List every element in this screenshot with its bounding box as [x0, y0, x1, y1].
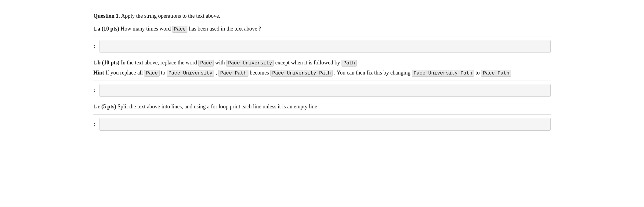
colon-a: : — [93, 43, 97, 49]
sub-a-text-after: has been used in the text above ? — [189, 26, 261, 32]
hint-code3: Pace Path — [218, 70, 248, 77]
sub-c-body: Split the text above into lines, and usi… — [118, 103, 317, 110]
sub-question-b: 1.b (10 pts) In the text above, replace … — [93, 58, 551, 78]
answer-input-b[interactable] — [99, 84, 551, 97]
answer-row-c: : — [93, 118, 551, 131]
sub-a-code-pace: Pace — [172, 26, 187, 33]
hint-code1: Pace — [144, 70, 159, 77]
answer-row-a: : — [93, 40, 551, 53]
question-title: Question 1. Apply the string operations … — [93, 12, 551, 20]
sub-question-c: 1.c (5 pts) Split the text above into li… — [93, 102, 551, 111]
hint-code6: Pace Path — [481, 70, 511, 77]
hint-to2: to — [476, 70, 480, 76]
sub-b-except: except when it is followed by — [275, 60, 340, 66]
divider-c — [93, 114, 551, 115]
hint-fix-text: . You can then fix this by changing — [334, 70, 410, 76]
hint-code2: Pace University — [167, 70, 214, 77]
hint-to-text: to — [161, 70, 165, 76]
sub-c-text: 1.c (5 pts) Split the text above into li… — [93, 102, 551, 111]
hint-becomes: becomes — [250, 70, 269, 76]
sub-c-label: 1.c (5 pts) — [93, 103, 116, 110]
sub-a-text: 1.a (10 pts) How many times word Pace ha… — [93, 24, 551, 34]
sub-b-code2: Pace University — [226, 60, 274, 67]
divider-a — [93, 37, 551, 37]
sub-b-main-text: 1.b (10 pts) In the text above, replace … — [93, 58, 551, 67]
question-block: Question 1. Apply the string operations … — [93, 6, 551, 139]
sub-b-with: with — [215, 60, 225, 66]
sub-b-hint: Hint If you replace all Pace to Pace Uni… — [93, 68, 551, 78]
sub-b-period: . — [358, 60, 360, 66]
answer-input-a[interactable] — [99, 40, 551, 53]
sub-b-label: 1.b (10 pts) — [93, 60, 120, 66]
sub-question-a: 1.a (10 pts) How many times word Pace ha… — [93, 24, 551, 34]
colon-c: : — [93, 121, 97, 127]
sub-b-code1: Pace — [198, 60, 214, 67]
answer-input-c[interactable] — [99, 118, 551, 131]
question-number: Question 1. — [93, 13, 120, 19]
hint-label: Hint — [93, 70, 104, 76]
hint-text-before: If you replace all — [106, 70, 143, 76]
hint-comma: , — [215, 70, 217, 76]
answer-row-b: : — [93, 84, 551, 97]
sub-a-text-before: How many times word — [121, 26, 171, 32]
hint-code4: Pace University Path — [270, 70, 333, 77]
sub-a-label: 1.a (10 pts) — [93, 26, 119, 32]
question-description: Apply the string operations to the text … — [121, 13, 220, 19]
divider-b — [93, 81, 551, 81]
sub-b-before: In the text above, replace the word — [121, 60, 197, 66]
colon-b: : — [93, 87, 97, 94]
page-container: Question 1. Apply the string operations … — [84, 0, 560, 207]
sub-b-code3: Path — [342, 60, 357, 67]
hint-code5: Pace University Path — [412, 70, 474, 77]
